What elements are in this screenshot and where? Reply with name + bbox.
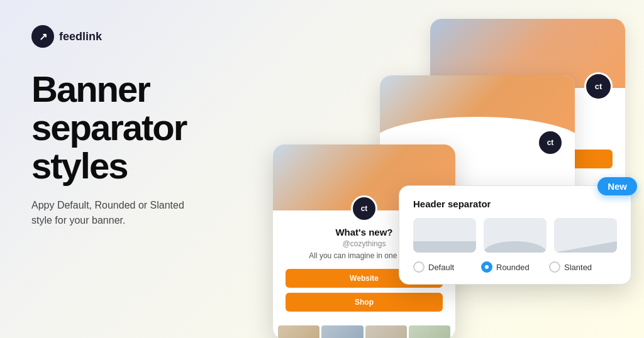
card-mid-banner: ct [380,75,575,144]
thumbnail-2 [321,325,363,338]
left-panel: ↗ feedlink Banner separator styles Appy … [0,0,252,338]
radio-row: Default Rounded Slanted [413,261,617,273]
avatar-front: ct [351,195,377,222]
thumbnail-4 [409,325,450,338]
separator-option-rounded[interactable] [484,218,547,253]
thumbnail-grid [273,322,455,338]
radio-label-slanted: Slanted [564,263,592,272]
avatar-back: ct [584,72,613,101]
subtitle: Appy Default, Rounded or Slanted style f… [31,198,208,228]
radio-circle-rounded [481,261,492,273]
logo-icon: ↗ [31,25,54,48]
logo-text: feedlink [59,30,102,43]
separator-option-slanted[interactable] [554,218,617,253]
avatar-mid: ct [537,129,564,156]
thumbnail-1 [278,325,319,338]
thumbnail-3 [365,325,407,338]
logo-row: ↗ feedlink [31,25,220,48]
card-front-shop-button[interactable]: Shop [286,293,443,312]
radio-label-default: Default [428,263,454,272]
title-line3: styles [31,145,127,186]
radio-rounded[interactable]: Rounded [481,261,549,273]
radio-circle-default [413,261,425,273]
radio-circle-slanted [549,261,560,273]
radio-default[interactable]: Default [413,261,481,273]
logo-arrow: ↗ [39,31,47,43]
title-line2: separator [31,107,186,148]
separator-option-default[interactable] [413,218,476,253]
main-title: Banner separator styles [31,70,220,185]
separator-options [413,218,617,253]
separator-panel-title: Header separator [413,199,617,209]
separator-panel: New Header separator Default Rounded Sla… [399,185,631,285]
radio-slanted[interactable]: Slanted [549,261,617,273]
radio-label-rounded: Rounded [496,263,530,272]
new-badge: New [597,177,637,195]
title-line1: Banner [31,68,150,109]
right-panel: ct What's new? @cozythings n imagine in … [254,0,644,338]
